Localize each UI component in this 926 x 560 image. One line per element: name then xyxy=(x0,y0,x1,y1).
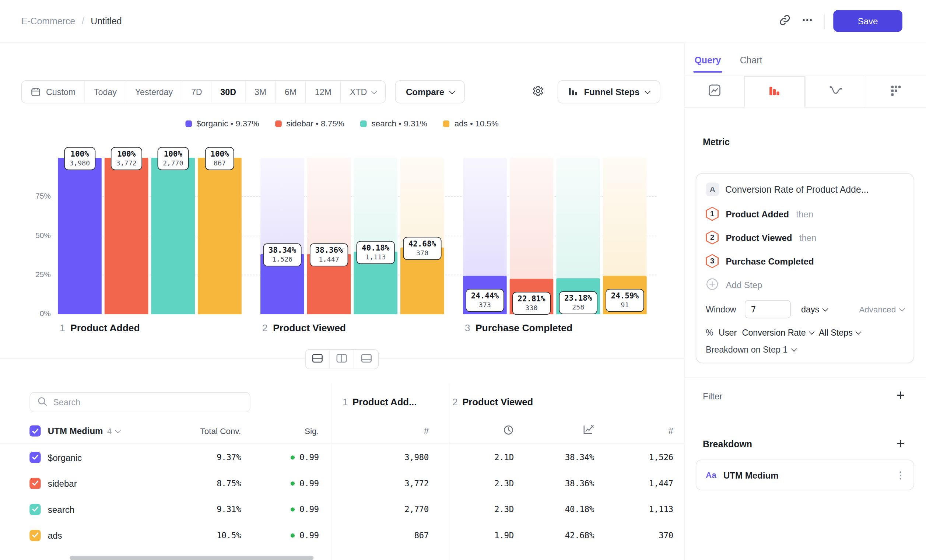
tab-chart[interactable]: Chart xyxy=(740,55,763,65)
measure-scope-select[interactable]: All Steps xyxy=(819,328,861,338)
step-number-badge: 2 xyxy=(706,230,719,244)
breakdown-step-select[interactable]: Breakdown on Step 1 xyxy=(706,345,796,354)
funnel-bar-value: 38.34%1,526 xyxy=(263,244,301,267)
breadcrumb-report-name[interactable]: Untitled xyxy=(91,15,121,26)
table-body: $organic9.37%0.993,9802.1D38.34%1,526sid… xyxy=(0,444,684,548)
chevron-down-icon xyxy=(371,88,377,94)
funnel-bar[interactable]: 38.36%1,447 xyxy=(307,158,351,314)
legend-item[interactable]: $organic • 9.37% xyxy=(185,119,259,128)
legend-item[interactable]: search • 9.31% xyxy=(360,119,427,128)
y-tick: 75% xyxy=(23,192,51,200)
table-row[interactable]: ads10.5%0.998671.9D42.68%370 xyxy=(0,522,684,548)
filter-section-header: Filter xyxy=(684,390,926,401)
funnel-bar-fill xyxy=(58,158,102,314)
step1-count: 867 xyxy=(331,522,437,548)
funnel-step-group: 38.34%1,52638.36%1,44740.18%1,11342.68%3… xyxy=(260,158,444,314)
save-button[interactable]: Save xyxy=(833,10,902,32)
funnel-groups: 100%3,980100%3,772100%2,770100%8671Produ… xyxy=(58,158,657,314)
layout-rows-toggle[interactable] xyxy=(306,350,330,368)
metric-step[interactable]: 1Product Addedthen xyxy=(706,202,904,226)
funnel-bar[interactable]: 100%3,980 xyxy=(58,158,102,314)
horizontal-scrollbar-thumb[interactable] xyxy=(70,556,313,560)
date-range-label: 6M xyxy=(285,87,297,97)
row-checkbox[interactable] xyxy=(29,530,41,540)
advanced-toggle[interactable]: Advanced xyxy=(859,305,904,314)
funnel-bar[interactable]: 100%2,770 xyxy=(151,158,195,314)
header-actions: Save xyxy=(773,9,902,32)
legend-item[interactable]: ads • 10.5% xyxy=(443,119,499,128)
table-section-divider xyxy=(449,383,450,560)
share-link-button[interactable] xyxy=(773,9,796,32)
funnel-bar-fill xyxy=(198,158,242,314)
report-type-insights[interactable] xyxy=(684,76,744,107)
table-row[interactable]: sidebar8.75%0.993,7722.3D38.36%1,447 xyxy=(0,470,684,496)
date-range-30d[interactable]: 30D xyxy=(212,81,245,103)
date-range-yesterday[interactable]: Yesterday xyxy=(126,81,182,103)
funnel-bar[interactable]: 100%867 xyxy=(198,158,242,314)
search-input[interactable] xyxy=(53,398,243,407)
date-range-12m[interactable]: 12M xyxy=(306,81,341,103)
breadcrumb-project[interactable]: E-Commerce xyxy=(21,15,75,26)
report-type-flows[interactable] xyxy=(865,76,926,107)
bar-chart-icon xyxy=(568,86,578,97)
funnel-bar[interactable]: 100%3,772 xyxy=(104,158,148,314)
row-checkbox[interactable] xyxy=(29,477,41,489)
select-all-checkbox[interactable] xyxy=(29,425,41,436)
report-type-funnels[interactable] xyxy=(744,76,805,107)
kebab-menu-icon[interactable]: ⋮ xyxy=(896,470,905,480)
metric-step[interactable]: 3Purchase Completed xyxy=(706,250,904,273)
window-unit-select[interactable]: days xyxy=(801,305,828,314)
date-range-6m[interactable]: 6M xyxy=(276,81,306,103)
chart-type-button[interactable]: Funnel Steps xyxy=(557,80,660,103)
section-divider xyxy=(684,378,926,378)
date-range-7d[interactable]: 7D xyxy=(182,81,212,103)
funnel-bar[interactable]: 23.18%258 xyxy=(556,158,600,314)
tab-query[interactable]: Query xyxy=(694,55,721,65)
breakdown-column-label[interactable]: UTM Medium xyxy=(48,426,103,436)
breadcrumb-separator: / xyxy=(82,15,84,26)
funnel-bar[interactable]: 22.81%330 xyxy=(510,158,554,314)
date-range-today[interactable]: Today xyxy=(85,81,126,103)
funnel-bar[interactable]: 40.18%1,113 xyxy=(354,158,398,314)
table-search[interactable] xyxy=(29,392,250,413)
chart-settings-button[interactable] xyxy=(527,81,549,103)
layout-bottom-toggle[interactable] xyxy=(354,350,378,368)
row-checkbox[interactable] xyxy=(29,452,41,463)
metric-step[interactable]: 2Product Viewedthen xyxy=(706,226,904,249)
report-type-retention[interactable] xyxy=(805,76,865,107)
legend-swatch xyxy=(275,120,282,127)
table-row[interactable]: search9.31%0.992,7702.3D40.18%1,113 xyxy=(0,496,684,522)
date-range-3m[interactable]: 3M xyxy=(246,81,276,103)
add-filter-button[interactable] xyxy=(896,390,906,401)
tab-label: Chart xyxy=(740,55,763,65)
funnel-bar[interactable]: 42.68%370 xyxy=(400,158,444,314)
funnel-bar[interactable]: 24.44%373 xyxy=(463,158,507,314)
compare-button[interactable]: Compare xyxy=(395,80,465,103)
total-conv-header[interactable]: Total Conv. xyxy=(200,426,241,436)
date-range-xtd[interactable]: XTD xyxy=(341,81,385,103)
row-label: ads xyxy=(48,530,62,540)
funnel-bar[interactable]: 38.34%1,526 xyxy=(260,158,304,314)
legend-item[interactable]: sidebar • 8.75% xyxy=(275,119,344,128)
breakdown-item[interactable]: Aa UTM Medium ⋮ xyxy=(696,459,914,490)
funnel-bar[interactable]: 24.59%91 xyxy=(603,158,647,314)
date-range-custom[interactable]: Custom xyxy=(22,81,85,103)
add-breakdown-button[interactable] xyxy=(896,439,906,450)
metric-title[interactable]: Conversion Rate of Product Adde... xyxy=(725,184,869,195)
measure-metric-select[interactable]: Conversion Rate xyxy=(742,328,814,338)
chart-legend: $organic • 9.37%sidebar • 8.75%search • … xyxy=(0,119,684,128)
table-row[interactable]: $organic9.37%0.993,9802.1D38.34%1,526 xyxy=(0,444,684,471)
metric-badge: A xyxy=(706,182,719,196)
sig-header[interactable]: Sig. xyxy=(305,426,319,436)
add-step-button[interactable]: Add Step xyxy=(706,273,762,297)
measure-entity[interactable]: User xyxy=(719,328,737,338)
funnel-plot: 75% 50% 25% 0% 100%3,980100%3,772100%2,7… xyxy=(58,158,657,314)
y-tick: 50% xyxy=(23,231,51,239)
more-options-button[interactable] xyxy=(796,9,819,32)
legend-label: $organic • 9.37% xyxy=(196,119,259,128)
window-value-input[interactable] xyxy=(744,300,790,318)
panel-tabs: Query Chart xyxy=(684,42,926,76)
step2-avg-time: 2.1D xyxy=(449,444,526,471)
row-checkbox[interactable] xyxy=(29,504,41,515)
layout-columns-toggle[interactable] xyxy=(330,350,354,368)
